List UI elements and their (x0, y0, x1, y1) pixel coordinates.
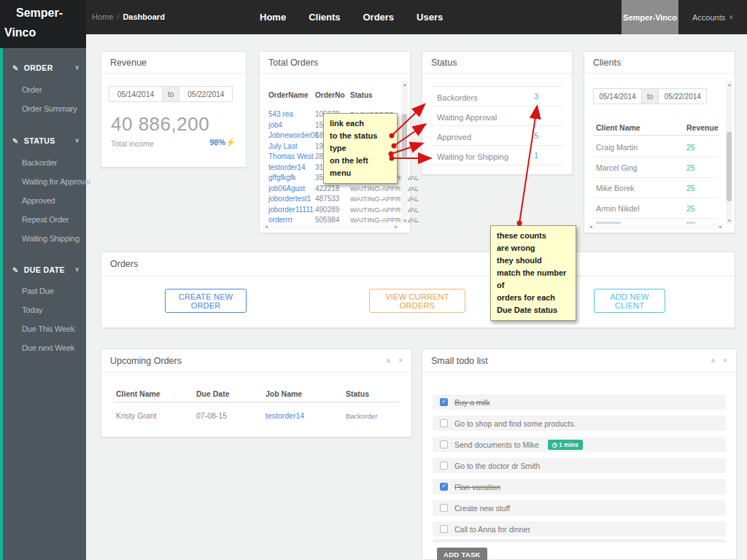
checkbox-unchecked[interactable] (440, 504, 448, 512)
order-link[interactable]: joborder11111 (268, 206, 314, 214)
sidebar-item-order-summary[interactable]: Order Summary (22, 104, 86, 113)
row-divider (593, 218, 719, 219)
upcoming-orders-card: Upcoming Orders ∧ × Client Name Due Date… (101, 349, 412, 438)
sidebar-item-order[interactable]: Order (22, 85, 86, 94)
client-revenue[interactable]: 25 (686, 204, 695, 213)
client-name: Marcel Ging (596, 163, 638, 172)
status-row-waiting-for-shipping: Waiting for Shipping 1 (431, 146, 563, 166)
note-line: these counts (497, 230, 570, 242)
order-link[interactable]: testorder14 (268, 163, 306, 171)
sidebar-item-due-this-week[interactable]: Due This Week (22, 324, 86, 333)
scroll-up-icon[interactable]: ▲ (727, 82, 732, 88)
status-count-link[interactable]: 3 (528, 87, 544, 106)
collapse-icon[interactable]: ∧ (386, 349, 391, 373)
time-badge: ◷1 mins (548, 440, 583, 450)
collapse-icon[interactable]: ∧ (711, 349, 716, 373)
status-count-link[interactable]: 5 (528, 126, 544, 146)
sidebar-section-due-date[interactable]: ✎DUE DATE∨ (12, 265, 81, 274)
note-line: orders for each (497, 292, 570, 304)
checkbox-unchecked[interactable] (440, 462, 448, 470)
order-link[interactable]: Jobneworder06 (268, 131, 319, 139)
revenue-date-to-input[interactable] (179, 86, 233, 102)
order-link[interactable]: July Last (268, 142, 297, 150)
clock-icon: ◷ (552, 441, 557, 448)
account-company-button[interactable]: Semper-Vinco (622, 0, 678, 34)
add-new-client-button[interactable]: ADD NEW CLIENT (594, 289, 665, 313)
view-current-orders-button[interactable]: VIEW CURRENT ORDERS (369, 289, 465, 313)
close-icon[interactable]: × (723, 349, 727, 373)
nav-orders[interactable]: Orders (363, 12, 394, 23)
client-revenue[interactable]: 25 (686, 143, 695, 152)
clients-date-to-input[interactable] (658, 88, 707, 104)
sidebar-section-order[interactable]: ✎ORDER∨ (12, 63, 81, 72)
orders-panel: Orders CREATE NEW ORDER VIEW CURRENT ORD… (101, 252, 735, 328)
top-nav-menu: Home Clients Orders Users (260, 0, 443, 34)
order-link[interactable]: jobordertest1 (268, 195, 311, 203)
status-count-link[interactable]: 23 (528, 106, 544, 126)
upcoming-orders-title-text: Upcoming Orders (110, 356, 182, 366)
clients-card: Clients to Client Name Revenue Craig Mar… (584, 51, 735, 233)
client-revenue[interactable]: 25 (686, 163, 695, 172)
sidebar-item-approved[interactable]: Approved (22, 196, 86, 205)
sidebar-item-waiting-for-approval[interactable]: Waiting for Approval (22, 177, 86, 186)
col-job-name: Job Name (266, 389, 302, 398)
sidebar-item-due-next-week[interactable]: Due next Week (22, 343, 86, 352)
nav-clients[interactable]: Clients (309, 12, 340, 23)
close-icon[interactable]: × (398, 349, 403, 373)
scroll-right-icon[interactable]: ► (394, 224, 398, 230)
vertical-scrollbar-thumb[interactable] (727, 132, 732, 201)
scroll-left-icon[interactable]: ◄ (264, 224, 268, 230)
checkbox-checked[interactable]: ✓ (440, 398, 448, 406)
scroll-down-icon[interactable]: ▼ (403, 218, 407, 224)
order-link[interactable]: Thomas West (268, 152, 314, 160)
scroll-up-icon[interactable]: ▲ (403, 82, 407, 88)
nav-home[interactable]: Home (260, 12, 286, 23)
sidebar-item-past-due[interactable]: Past Due (22, 287, 86, 295)
sidebar-item-waiting-shipping[interactable]: Waiting Shipping (22, 234, 86, 243)
client-revenue[interactable]: 25 (686, 184, 695, 192)
order-link[interactable]: orderrrr (268, 216, 293, 224)
upcoming-client: Kristy Grant (116, 411, 156, 420)
sidebar-section-status[interactable]: ✎STATUS∨ (12, 136, 81, 145)
breadcrumb-home[interactable]: Home (92, 12, 113, 21)
order-link[interactable]: job06Agust (268, 184, 305, 192)
status-count-link[interactable]: 1 (528, 146, 544, 166)
row-divider (593, 177, 719, 178)
time-badge-text: 1 mins (559, 441, 578, 448)
order-link[interactable]: gffgfkgfk (268, 174, 296, 182)
revenue-date-to-label: to (163, 86, 179, 102)
checkbox-unchecked[interactable] (440, 525, 448, 533)
row-divider (593, 198, 719, 198)
vertical-scrollbar-thumb[interactable] (402, 114, 407, 158)
revenue-date-range: to (109, 86, 233, 102)
col-client-name: Client Name (596, 123, 640, 132)
accounts-dropdown[interactable]: Accounts ∨ (678, 0, 747, 34)
status-row-backorders: Backorders 3 (431, 87, 563, 106)
revenue-date-from-input[interactable] (109, 86, 163, 102)
note-line: are wrong (497, 242, 570, 254)
clients-date-from-input[interactable] (593, 88, 642, 104)
status-row-waiting-approval: Waiting Approval 23 (431, 106, 563, 126)
checkbox-checked[interactable]: ✓ (440, 483, 448, 491)
scroll-down-icon[interactable]: ▼ (727, 218, 732, 224)
revenue-card: Revenue to 40 886,200 Total income 98%⚡ (101, 51, 247, 168)
checkbox-unchecked[interactable] (440, 440, 448, 448)
scroll-left-icon[interactable]: ◄ (589, 224, 593, 230)
check-icon: ✓ (441, 482, 447, 489)
nav-users[interactable]: Users (417, 12, 443, 23)
create-new-order-button[interactable]: CREATE NEW ORDER (165, 289, 247, 313)
sidebar-item-today[interactable]: Today (22, 306, 86, 314)
todo-text: Create new stuff (454, 504, 510, 513)
order-link[interactable]: job4 (268, 121, 282, 129)
checkbox-unchecked[interactable] (440, 419, 448, 427)
upcoming-job-link[interactable]: testorder14 (266, 411, 304, 420)
note-line: Due Date status (497, 304, 570, 316)
note-line: they should (497, 254, 570, 267)
order-status: WAITING-APPROVAL (350, 206, 419, 214)
total-orders-title: Total Orders (260, 52, 410, 74)
order-link[interactable]: 543.rea (268, 110, 293, 118)
sidebar-item-repeat-order[interactable]: Repeat Order (22, 215, 86, 224)
add-task-button[interactable]: ADD TASK (437, 548, 487, 560)
sidebar-item-backorder[interactable]: Backorder (22, 158, 86, 167)
scroll-right-icon[interactable]: ► (719, 224, 723, 230)
